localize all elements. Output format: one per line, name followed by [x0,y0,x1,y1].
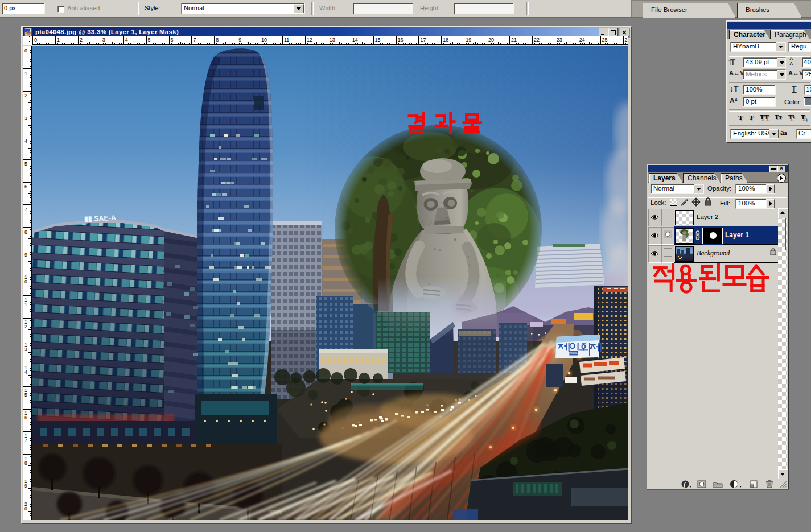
svg-text:7: 7 [24,438,27,443]
svg-text:6: 6 [171,37,174,43]
svg-text:2: 2 [24,93,27,98]
svg-text:5: 5 [24,392,27,398]
svg-text:9: 9 [24,483,27,489]
svg-text:2: 2 [24,324,27,329]
svg-text:25: 25 [602,37,608,43]
svg-text:23: 23 [557,37,562,43]
svg-text:0: 0 [24,506,27,512]
svg-text:0: 0 [24,48,27,53]
svg-text:8: 8 [24,460,27,466]
svg-text:24: 24 [579,37,585,43]
svg-text:12: 12 [307,37,312,43]
svg-text:4: 4 [24,138,27,144]
svg-text:3: 3 [24,116,27,121]
svg-text:5: 5 [148,37,151,43]
svg-text:0: 0 [24,279,27,284]
svg-text:22: 22 [534,37,540,43]
svg-text:4: 4 [24,369,27,375]
svg-text:19: 19 [466,37,471,43]
svg-text:8: 8 [216,37,219,43]
svg-text:26: 26 [625,37,629,43]
svg-text:13: 13 [330,37,335,43]
svg-text:3: 3 [24,347,27,352]
svg-text:▮▮ SAE-A: ▮▮ SAE-A [84,214,117,223]
svg-text:15: 15 [375,37,381,43]
svg-text:1: 1 [24,71,27,76]
svg-text:0: 0 [34,37,37,43]
svg-text:6: 6 [24,415,27,420]
svg-text:20: 20 [488,37,494,43]
svg-text:3: 3 [102,37,105,43]
svg-text:8: 8 [24,229,27,235]
svg-text:7: 7 [24,207,27,212]
svg-text:6: 6 [24,184,27,189]
svg-text:1: 1 [24,302,27,307]
svg-text:17: 17 [420,37,426,43]
svg-text:11: 11 [284,37,289,43]
svg-text:10: 10 [261,37,267,43]
svg-text:5: 5 [24,161,27,167]
svg-text:9: 9 [24,252,27,258]
svg-text:14: 14 [352,37,358,43]
svg-text:16: 16 [398,37,404,43]
svg-text:9: 9 [238,37,241,43]
svg-text:1: 1 [57,37,60,43]
svg-text:2: 2 [80,37,83,43]
svg-text:18: 18 [443,37,448,43]
svg-text:21: 21 [511,37,517,43]
svg-text:7: 7 [193,37,196,43]
svg-text:4: 4 [125,37,128,43]
